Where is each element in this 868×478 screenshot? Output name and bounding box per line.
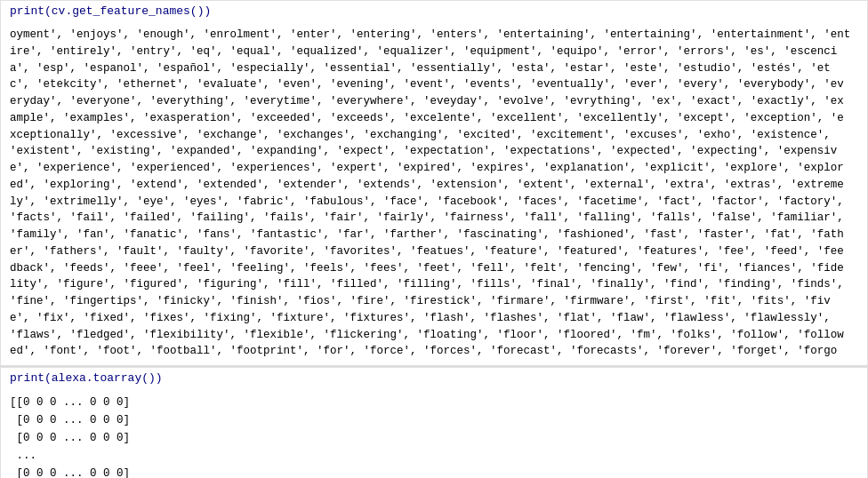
notebook: print(cv.get_feature_names()) oyment', '… [0, 0, 868, 478]
cell-1: print(cv.get_feature_names()) oyment', '… [0, 0, 868, 365]
cell-2-print: print(alexa.toarray()) [10, 371, 163, 385]
cell-1-print: print(cv.get_feature_names()) [10, 4, 211, 18]
cell-2-output: [[0 0 0 ... 0 0 0] [0 0 0 ... 0 0 0] [0 … [1, 388, 867, 478]
cell-1-code: print(cv.get_feature_names()) [1, 1, 867, 21]
cell-1-output: oyment', 'enjoys', 'enough', 'enrolment'… [1, 21, 867, 365]
cell-2: print(alexa.toarray()) [[0 0 0 ... 0 0 0… [0, 367, 868, 478]
cell-2-code: print(alexa.toarray()) [1, 368, 867, 388]
